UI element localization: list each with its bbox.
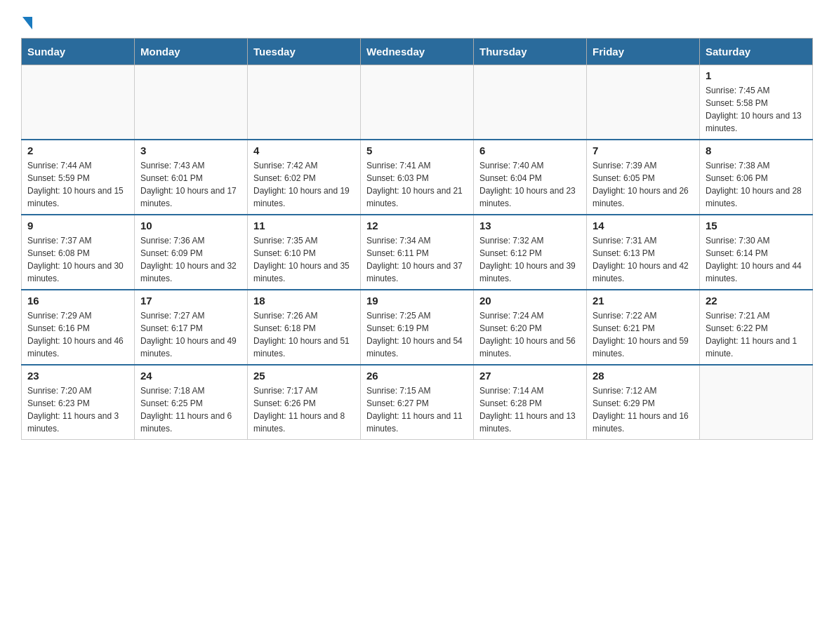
day-number: 10	[140, 220, 241, 232]
calendar-cell	[587, 65, 700, 140]
calendar-week-row: 1Sunrise: 7:45 AM Sunset: 5:58 PM Daylig…	[22, 65, 813, 140]
calendar-cell: 4Sunrise: 7:42 AM Sunset: 6:02 PM Daylig…	[248, 140, 361, 215]
calendar-week-row: 23Sunrise: 7:20 AM Sunset: 6:23 PM Dayli…	[22, 365, 813, 440]
calendar-week-row: 9Sunrise: 7:37 AM Sunset: 6:08 PM Daylig…	[22, 215, 813, 290]
weekday-header-row: SundayMondayTuesdayWednesdayThursdayFrid…	[22, 39, 813, 65]
day-info: Sunrise: 7:14 AM Sunset: 6:28 PM Dayligh…	[479, 384, 581, 435]
day-info: Sunrise: 7:18 AM Sunset: 6:25 PM Dayligh…	[140, 384, 241, 435]
calendar-cell: 10Sunrise: 7:36 AM Sunset: 6:09 PM Dayli…	[135, 215, 248, 290]
day-info: Sunrise: 7:37 AM Sunset: 6:08 PM Dayligh…	[27, 234, 128, 285]
day-info: Sunrise: 7:29 AM Sunset: 6:16 PM Dayligh…	[27, 309, 128, 360]
day-number: 24	[140, 370, 241, 382]
day-number: 14	[593, 220, 694, 232]
calendar-cell: 6Sunrise: 7:40 AM Sunset: 6:04 PM Daylig…	[474, 140, 587, 215]
day-number: 13	[479, 220, 581, 232]
calendar-cell: 18Sunrise: 7:26 AM Sunset: 6:18 PM Dayli…	[248, 290, 361, 365]
day-number: 19	[366, 295, 468, 307]
day-info: Sunrise: 7:24 AM Sunset: 6:20 PM Dayligh…	[479, 309, 581, 360]
day-number: 12	[366, 220, 468, 232]
day-number: 28	[593, 370, 694, 382]
weekday-header-sunday: Sunday	[22, 39, 135, 65]
day-number: 18	[253, 295, 355, 307]
day-number: 8	[706, 145, 807, 156]
calendar-cell: 20Sunrise: 7:24 AM Sunset: 6:20 PM Dayli…	[474, 290, 587, 365]
calendar-cell: 3Sunrise: 7:43 AM Sunset: 6:01 PM Daylig…	[135, 140, 248, 215]
day-number: 15	[706, 220, 807, 232]
weekday-header-monday: Monday	[135, 39, 248, 65]
day-number: 20	[479, 295, 581, 307]
calendar-cell: 1Sunrise: 7:45 AM Sunset: 5:58 PM Daylig…	[700, 65, 813, 140]
day-number: 2	[27, 145, 128, 156]
calendar-cell	[248, 65, 361, 140]
calendar-cell: 28Sunrise: 7:12 AM Sunset: 6:29 PM Dayli…	[587, 365, 700, 440]
day-info: Sunrise: 7:36 AM Sunset: 6:09 PM Dayligh…	[140, 234, 241, 285]
calendar-cell	[361, 65, 474, 140]
day-info: Sunrise: 7:15 AM Sunset: 6:27 PM Dayligh…	[366, 384, 468, 435]
calendar-cell: 17Sunrise: 7:27 AM Sunset: 6:17 PM Dayli…	[135, 290, 248, 365]
calendar-cell: 2Sunrise: 7:44 AM Sunset: 5:59 PM Daylig…	[22, 140, 135, 215]
logo-arrow-icon	[22, 17, 32, 29]
weekday-header-friday: Friday	[587, 39, 700, 65]
calendar-cell: 24Sunrise: 7:18 AM Sunset: 6:25 PM Dayli…	[135, 365, 248, 440]
day-info: Sunrise: 7:32 AM Sunset: 6:12 PM Dayligh…	[479, 234, 581, 285]
day-info: Sunrise: 7:22 AM Sunset: 6:21 PM Dayligh…	[593, 309, 694, 360]
calendar-week-row: 2Sunrise: 7:44 AM Sunset: 5:59 PM Daylig…	[22, 140, 813, 215]
logo	[21, 14, 32, 27]
calendar-cell	[135, 65, 248, 140]
day-info: Sunrise: 7:21 AM Sunset: 6:22 PM Dayligh…	[706, 309, 807, 360]
day-number: 26	[366, 370, 468, 382]
day-number: 16	[27, 295, 128, 307]
day-info: Sunrise: 7:34 AM Sunset: 6:11 PM Dayligh…	[366, 234, 468, 285]
day-info: Sunrise: 7:12 AM Sunset: 6:29 PM Dayligh…	[593, 384, 694, 435]
day-info: Sunrise: 7:39 AM Sunset: 6:05 PM Dayligh…	[593, 159, 694, 210]
day-info: Sunrise: 7:17 AM Sunset: 6:26 PM Dayligh…	[253, 384, 355, 435]
calendar-cell: 7Sunrise: 7:39 AM Sunset: 6:05 PM Daylig…	[587, 140, 700, 215]
day-info: Sunrise: 7:20 AM Sunset: 6:23 PM Dayligh…	[27, 384, 128, 435]
calendar-table: SundayMondayTuesdayWednesdayThursdayFrid…	[21, 38, 813, 440]
calendar-cell: 16Sunrise: 7:29 AM Sunset: 6:16 PM Dayli…	[22, 290, 135, 365]
day-info: Sunrise: 7:26 AM Sunset: 6:18 PM Dayligh…	[253, 309, 355, 360]
day-info: Sunrise: 7:38 AM Sunset: 6:06 PM Dayligh…	[706, 159, 807, 210]
calendar-cell: 14Sunrise: 7:31 AM Sunset: 6:13 PM Dayli…	[587, 215, 700, 290]
day-number: 22	[706, 295, 807, 307]
weekday-header-thursday: Thursday	[474, 39, 587, 65]
calendar-cell: 22Sunrise: 7:21 AM Sunset: 6:22 PM Dayli…	[700, 290, 813, 365]
calendar-cell: 12Sunrise: 7:34 AM Sunset: 6:11 PM Dayli…	[361, 215, 474, 290]
day-number: 21	[593, 295, 694, 307]
day-info: Sunrise: 7:43 AM Sunset: 6:01 PM Dayligh…	[140, 159, 241, 210]
calendar-cell: 27Sunrise: 7:14 AM Sunset: 6:28 PM Dayli…	[474, 365, 587, 440]
day-info: Sunrise: 7:27 AM Sunset: 6:17 PM Dayligh…	[140, 309, 241, 360]
day-number: 7	[593, 145, 694, 156]
calendar-cell: 23Sunrise: 7:20 AM Sunset: 6:23 PM Dayli…	[22, 365, 135, 440]
day-info: Sunrise: 7:45 AM Sunset: 5:58 PM Dayligh…	[706, 84, 807, 135]
day-info: Sunrise: 7:41 AM Sunset: 6:03 PM Dayligh…	[366, 159, 468, 210]
day-number: 6	[479, 145, 581, 156]
calendar-cell: 25Sunrise: 7:17 AM Sunset: 6:26 PM Dayli…	[248, 365, 361, 440]
calendar-cell	[700, 365, 813, 440]
day-info: Sunrise: 7:31 AM Sunset: 6:13 PM Dayligh…	[593, 234, 694, 285]
day-number: 3	[140, 145, 241, 156]
calendar-cell: 5Sunrise: 7:41 AM Sunset: 6:03 PM Daylig…	[361, 140, 474, 215]
day-number: 5	[366, 145, 468, 156]
calendar-cell: 15Sunrise: 7:30 AM Sunset: 6:14 PM Dayli…	[700, 215, 813, 290]
calendar-cell: 19Sunrise: 7:25 AM Sunset: 6:19 PM Dayli…	[361, 290, 474, 365]
day-info: Sunrise: 7:25 AM Sunset: 6:19 PM Dayligh…	[366, 309, 468, 360]
day-number: 11	[253, 220, 355, 232]
weekday-header-saturday: Saturday	[700, 39, 813, 65]
day-number: 17	[140, 295, 241, 307]
calendar-cell	[474, 65, 587, 140]
day-info: Sunrise: 7:42 AM Sunset: 6:02 PM Dayligh…	[253, 159, 355, 210]
page-header	[21, 14, 813, 27]
day-info: Sunrise: 7:40 AM Sunset: 6:04 PM Dayligh…	[479, 159, 581, 210]
weekday-header-tuesday: Tuesday	[248, 39, 361, 65]
weekday-header-wednesday: Wednesday	[361, 39, 474, 65]
calendar-cell: 26Sunrise: 7:15 AM Sunset: 6:27 PM Dayli…	[361, 365, 474, 440]
day-info: Sunrise: 7:35 AM Sunset: 6:10 PM Dayligh…	[253, 234, 355, 285]
calendar-cell	[22, 65, 135, 140]
day-number: 27	[479, 370, 581, 382]
day-number: 25	[253, 370, 355, 382]
day-info: Sunrise: 7:44 AM Sunset: 5:59 PM Dayligh…	[27, 159, 128, 210]
calendar-cell: 11Sunrise: 7:35 AM Sunset: 6:10 PM Dayli…	[248, 215, 361, 290]
day-number: 9	[27, 220, 128, 232]
calendar-cell: 8Sunrise: 7:38 AM Sunset: 6:06 PM Daylig…	[700, 140, 813, 215]
